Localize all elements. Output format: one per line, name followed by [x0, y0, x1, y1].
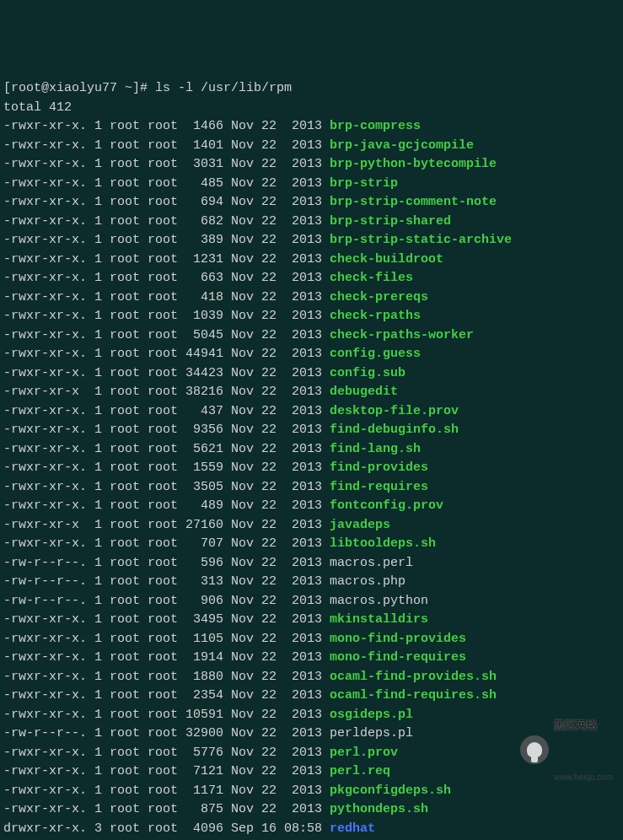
filename: macros.python [330, 594, 428, 608]
filename: macros.php [330, 574, 405, 589]
list-item: -rwxr-xr-x. 1 root root 44941 Nov 22 201… [3, 345, 620, 364]
list-item: -rwxr-xr-x. 1 root root 3505 Nov 22 2013… [3, 478, 620, 498]
list-item: -rwxr-xr-x. 1 root root 1559 Nov 22 2013… [3, 459, 620, 478]
list-item: -rwxr-xr-x. 1 root root 694 Nov 22 2013 … [3, 193, 620, 213]
list-item: -rwxr-xr-x. 1 root root 875 Nov 22 2013 … [3, 800, 620, 820]
filename: check-prereqs [330, 290, 428, 304]
filename: check-buildroot [330, 252, 443, 267]
list-item: -rwxr-xr-x. 1 root root 1039 Nov 22 2013… [3, 307, 620, 326]
list-item: -rw-r--r--. 1 root root 313 Nov 22 2013 … [3, 573, 620, 592]
list-item: -rwxr-xr-x. 1 root root 10591 Nov 22 201… [3, 706, 620, 725]
list-item: -rwxr-xr-x. 1 root root 489 Nov 22 2013 … [3, 497, 620, 516]
filename: brp-compress [330, 119, 421, 133]
filename: find-provides [330, 460, 428, 475]
list-item: -rw-r--r--. 1 root root 32900 Nov 22 201… [3, 724, 620, 744]
filename: brp-strip-static-archive [330, 233, 512, 247]
list-item: -rwxr-xr-x. 1 root root 485 Nov 22 2013 … [3, 175, 620, 194]
filename: pythondeps.sh [330, 802, 428, 816]
list-item: -rwxr-xr-x. 1 root root 682 Nov 22 2013 … [3, 213, 620, 232]
filename: check-rpaths-worker [330, 328, 474, 342]
filename: perl.prov [330, 746, 398, 760]
filename: find-requires [330, 480, 428, 494]
filename: brp-strip [330, 176, 398, 191]
filename: find-debuginfo.sh [330, 423, 459, 437]
list-item: -rwxr-xr-x. 1 root root 1466 Nov 22 2013… [3, 117, 620, 137]
list-item: -rwxr-xr-x. 1 root root 389 Nov 22 2013 … [3, 231, 620, 250]
list-item: -rwxr-xr-x. 1 root root 5621 Nov 22 2013… [3, 440, 620, 460]
terminal-output[interactable]: [root@xiaolyu77 ~]# ls -l /usr/lib/rpmto… [3, 79, 620, 840]
list-item: -rwxr-xr-x. 1 root root 663 Nov 22 2013 … [3, 269, 620, 288]
list-item: -rwxr-xr-x. 1 root root 1914 Nov 22 2013… [3, 649, 620, 668]
list-item: -rwxr-xr-x 1 root root 27160 Nov 22 2013… [3, 516, 620, 536]
filename: brp-java-gcjcompile [330, 138, 474, 153]
list-item: -rwxr-xr-x. 1 root root 418 Nov 22 2013 … [3, 288, 620, 308]
filename: osgideps.pl [330, 708, 413, 722]
filename: macros.perl [330, 556, 413, 570]
total-line: total 412 [3, 99, 620, 118]
filename: redhat [330, 821, 375, 836]
filename: debugedit [330, 385, 398, 399]
list-item: -rwxr-xr-x. 1 root root 1105 Nov 22 2013… [3, 630, 620, 649]
filename: check-rpaths [330, 309, 421, 323]
filename: mono-find-requires [330, 650, 466, 665]
list-item: -rw-r--r--. 1 root root 596 Nov 22 2013 … [3, 554, 620, 573]
list-item: -rwxr-xr-x. 1 root root 1171 Nov 22 2013… [3, 782, 620, 801]
list-item: -rwxr-xr-x. 1 root root 5776 Nov 22 2013… [3, 744, 620, 763]
list-item: -rwxr-xr-x. 1 root root 1880 Nov 22 2013… [3, 668, 620, 687]
list-item: -rw-r--r--. 1 root root 906 Nov 22 2013 … [3, 592, 620, 611]
list-item: -rwxr-xr-x. 1 root root 1231 Nov 22 2013… [3, 250, 620, 270]
filename: config.sub [330, 366, 405, 380]
filename: mono-find-provides [330, 632, 466, 646]
filename: ocaml-find-provides.sh [330, 670, 497, 684]
list-item: -rwxr-xr-x 1 root root 38216 Nov 22 2013… [3, 383, 620, 402]
filename: brp-strip-comment-note [330, 195, 497, 209]
list-item: -rwxr-xr-x. 1 root root 5045 Nov 22 2013… [3, 326, 620, 346]
list-item: drwxr-xr-x. 3 root root 4096 Sep 16 08:5… [3, 820, 620, 839]
list-item: -rwxr-xr-x. 1 root root 437 Nov 22 2013 … [3, 402, 620, 422]
filename: brp-python-bytecompile [330, 157, 497, 171]
filename: desktop-file.prov [330, 404, 459, 418]
filename: find-lang.sh [330, 442, 421, 456]
filename: fontconfig.prov [330, 498, 443, 513]
filename: perl.req [330, 764, 390, 778]
filename: javadeps [330, 518, 390, 532]
filename: config.guess [330, 347, 421, 361]
list-item: -rwxr-xr-x. 1 root root 7121 Nov 22 2013… [3, 762, 620, 782]
list-item: -rwxr-xr-x. 1 root root 34423 Nov 22 201… [3, 364, 620, 384]
list-item: -rwxr-xr-x. 1 root root 3031 Nov 22 2013… [3, 155, 620, 175]
list-item: -rwxr-xr-x. 1 root root 2354 Nov 22 2013… [3, 687, 620, 706]
filename: check-files [330, 271, 413, 285]
list-item: -rwxr-xr-x. 1 root root 1401 Nov 22 2013… [3, 137, 620, 156]
prompt-line: [root@xiaolyu77 ~]# ls -l /usr/lib/rpm [3, 79, 620, 99]
filename: libtooldeps.sh [330, 536, 436, 551]
filename: ocaml-find-requires.sh [330, 688, 497, 703]
list-item: -rwxr-xr-x. 1 root root 9356 Nov 22 2013… [3, 421, 620, 440]
filename: perldeps.pl [330, 726, 413, 740]
list-item: -rwxr-xr-x. 1 root root 3495 Nov 22 2013… [3, 611, 620, 630]
filename: mkinstalldirs [330, 612, 428, 627]
list-item: -rwxr-xr-x. 1 root root 707 Nov 22 2013 … [3, 535, 620, 554]
filename: brp-strip-shared [330, 214, 451, 229]
filename: pkgconfigdeps.sh [330, 783, 451, 798]
